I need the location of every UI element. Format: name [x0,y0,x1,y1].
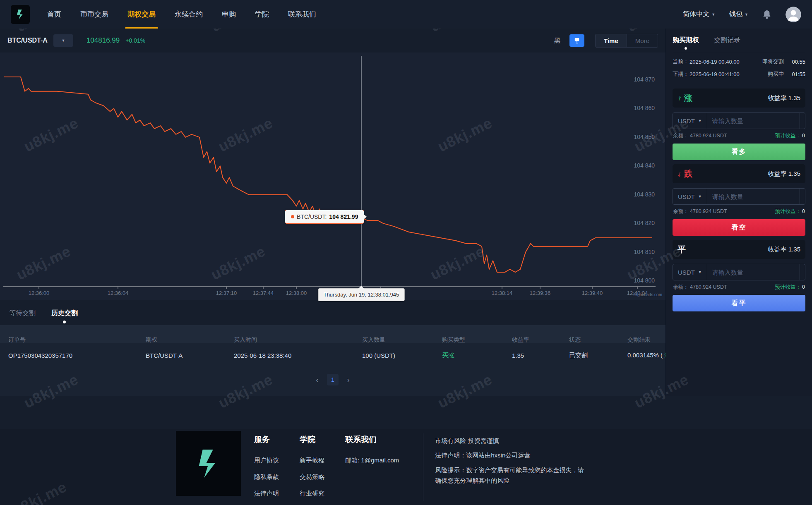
trade-section-header: ↑涨收益率 1.35 [673,89,805,108]
prev-page-button[interactable]: ‹ [313,375,321,385]
footer-column-title: 学院 [300,434,324,445]
chart-style-button[interactable] [569,34,584,47]
order-button-看空[interactable]: 看空 [673,219,805,236]
chart-mode-switch: Time More [595,34,658,48]
brand-logo[interactable] [11,5,30,24]
amount-input-group: USDT▼USDT [673,188,805,205]
nav-item-学院[interactable]: 学院 [255,0,269,29]
next-period-row: 下期： 2025-06-19 00:41:00 购买中 01:55 [673,70,805,78]
page-number[interactable]: 1 [327,374,339,385]
footer-link[interactable]: 用户协议 [254,457,279,464]
y-axis-label: 104 820 [617,220,655,226]
history-table-header: 订单号期权买入时间买入数量购买类型收益率状态交割结果结算数量 [0,325,665,343]
panel-tab-交割记录[interactable]: 交割记录 [714,36,740,45]
footer-column-title: 联系我们 [345,434,399,445]
footer-link[interactable]: 法律声明 [254,490,279,498]
column-header: 期权 [146,336,234,344]
direction-label: 平 [677,244,686,255]
history-tab-等待交割[interactable]: 等待交割 [9,309,36,318]
crosshair-date-tooltip: Thursday, Jun 19, 12:38:01.945 [318,288,405,301]
table-row[interactable]: OP1750304320357170BTC/USDT-A2025-06-18 2… [0,343,665,367]
currency-select[interactable]: USDT▼ [673,113,707,129]
chart-header: BTC/USDT-A ▼ 104816.99 +0.01% 黑 Time [0,29,665,53]
x-axis-label: 12:37:10 [216,290,237,296]
pair-dropdown[interactable]: ▼ [53,34,73,47]
currency-select[interactable]: USDT▼ [673,189,707,204]
chevron-down-icon: ▼ [711,12,715,17]
y-axis-label: 104 850 [617,134,655,140]
balance-label: 余额： 4780.924 USDT [673,208,727,215]
risk-warning-line: 市场有风险 投资需谨慎 [435,436,584,445]
highcharts-credit[interactable]: Highcharts.com [634,292,662,297]
tab-more[interactable]: More [627,34,658,47]
next-page-button[interactable]: › [344,375,352,385]
footer-column-联系我们: 联系我们邮箱: 1@gmail.com [345,434,399,505]
tab-time[interactable]: Time [596,34,627,47]
y-axis-label: 104 800 [617,277,655,284]
expected-profit-value: 0 [802,284,805,290]
nav-item-首页[interactable]: 首页 [47,0,61,29]
panel-tab-购买期权[interactable]: 购买期权 [673,36,699,45]
main-nav: 首页币币交易期权交易永续合约申购学院联系我们 [47,0,316,29]
price-chart[interactable]: 104 870104 860104 850104 840104 830104 8… [0,53,665,300]
trade-section-header: 平收益率 1.35 [673,240,805,259]
notification-bell-icon[interactable] [762,10,771,19]
next-time: 2025-06-19 00:41:00 [689,71,740,77]
footer-link[interactable]: 新手教程 [300,457,324,464]
x-axis-label: 12:38:00 [286,290,307,296]
x-axis-label: 12:38:14 [492,290,513,296]
footer-link[interactable]: 邮箱: 1@gmail.com [345,457,399,464]
y-axis-label: 104 810 [617,249,655,255]
language-selector[interactable]: 简体中文 ▼ [683,10,715,19]
theme-toggle-button[interactable]: 黑 [551,35,564,46]
nav-item-联系我们[interactable]: 联系我们 [288,0,316,29]
brand-logo-icon [14,8,26,21]
cell-option: BTC/USDT-A [146,352,234,359]
amount-input-group: USDT▼USDT [673,112,805,129]
chart-tooltip: BTC/USDT: 104 821.99 [285,210,364,224]
currency-label: USDT [678,193,695,200]
lamp-icon [573,37,581,44]
order-button-看平[interactable]: 看平 [673,295,805,311]
nav-item-永续合约[interactable]: 永续合约 [175,0,203,29]
chevron-down-icon: ▼ [61,38,65,43]
amount-unit-suffix: USDT [800,264,805,280]
legal-statement-line: 法律声明：该网站由hxsin公司运营 [435,450,584,460]
amount-input-group: USDT▼USDT [673,264,805,280]
cell-status: 已交割 [569,352,627,359]
amount-input[interactable] [707,264,800,280]
wallet-label: 钱包 [729,10,742,19]
amount-input[interactable] [707,189,800,204]
amount-unit-suffix: USDT [800,189,805,204]
expected-profit: 预计收益：0 [775,284,805,291]
column-header: 购买类型 [442,336,512,344]
x-axis-label: 12:39:40 [582,290,603,296]
currency-select[interactable]: USDT▼ [673,264,707,280]
next-label: 下期： [673,70,689,78]
nav-item-币币交易[interactable]: 币币交易 [80,0,108,29]
footer-link[interactable]: 隐私条款 [254,473,279,481]
chart-column: BTC/USDT-A ▼ 104816.99 +0.01% 黑 Time [0,29,665,396]
app-root: 首页币币交易期权交易永续合约申购学院联系我们 简体中文 ▼ 钱包 ▼ [0,0,812,505]
order-button-看多[interactable]: 看多 [673,144,805,160]
user-avatar[interactable] [786,7,801,22]
wallet-menu[interactable]: 钱包 ▼ [729,10,748,19]
footer-link[interactable]: 行业研究 [300,490,324,498]
direction-label: 跌 [684,168,692,180]
trade-section-平: 平收益率 1.35USDT▼USDT余额： 4780.924 USDT预计收益：… [673,240,805,311]
nav-item-期权交易[interactable]: 期权交易 [127,0,156,29]
chart-plot [0,53,665,300]
current-status: 即将交割 [762,58,784,65]
amount-unit-suffix: USDT [800,113,805,129]
nav-item-申购[interactable]: 申购 [222,0,236,29]
column-header: 买入数量 [362,336,442,344]
footer-link[interactable]: 交易策略 [300,473,324,481]
amount-input[interactable] [707,113,800,129]
rate-label: 收益率 1.35 [768,170,800,178]
expected-profit-label: 预计收益： [775,208,801,214]
cell-buy-time: 2025-06-18 23:38:40 [234,352,362,359]
history-tab-历史交割[interactable]: 历史交割 [51,309,78,318]
trade-panel: 购买期权交割记录 当前： 2025-06-19 00:40:00 即将交割 00… [665,29,812,396]
result-prefix: 0.003145% ( [627,352,664,359]
current-countdown: 00:55 [784,59,805,65]
